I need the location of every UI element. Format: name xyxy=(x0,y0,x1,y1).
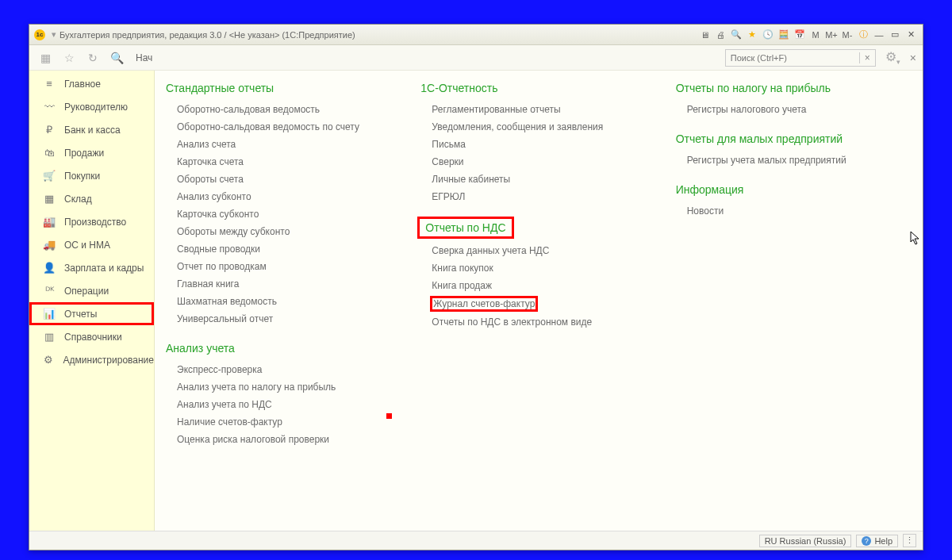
app-window: 1c ▾ Бухгалтерия предприятия, редакция 3… xyxy=(29,24,923,550)
1c-report-link-2[interactable]: Письма xyxy=(420,136,659,153)
section-vat-reports[interactable]: Отчеты по НДС xyxy=(420,220,510,236)
analysis-link-0[interactable]: Экспресс-проверка xyxy=(166,361,405,378)
search-input[interactable] xyxy=(726,53,859,63)
1c-report-link-5[interactable]: ЕГРЮЛ xyxy=(420,188,659,205)
section-1c-reporting[interactable]: 1С-Отчетность xyxy=(420,82,659,94)
std-report-link-3[interactable]: Карточка счета xyxy=(166,153,405,171)
info-link-0[interactable]: Новости xyxy=(676,202,915,220)
grid-icon[interactable]: ▦ xyxy=(36,48,55,67)
info-icon[interactable]: ⓘ xyxy=(856,28,870,42)
sidebar-label: Отчеты xyxy=(64,309,97,320)
sidebar-icon: 〰 xyxy=(42,101,56,113)
std-report-link-12[interactable]: Универсальный отчет xyxy=(166,310,405,328)
sidebar-label: Операции xyxy=(64,286,109,297)
sidebar-item-7[interactable]: 🚚ОС и НМА xyxy=(29,233,154,256)
sidebar-icon: 👤 xyxy=(42,262,56,274)
sidebar-label: Склад xyxy=(64,194,92,205)
analysis-link-2[interactable]: Анализ учета по НДС xyxy=(166,396,405,413)
toolbar-icon-3[interactable]: 🔍 xyxy=(729,28,743,42)
toolbar-star-icon[interactable]: ★ xyxy=(745,28,759,42)
toolbar-icon-2[interactable]: 🖨 xyxy=(713,28,727,42)
tab-home[interactable]: Нач xyxy=(131,52,157,63)
maximize-button[interactable]: ▭ xyxy=(888,29,902,40)
std-report-link-1[interactable]: Оборотно-сальдовая ведомость по счету xyxy=(166,118,405,136)
std-report-link-5[interactable]: Анализ субконто xyxy=(166,188,405,205)
vat-report-link-1[interactable]: Книга покупок xyxy=(420,259,659,277)
gear-icon[interactable]: ⚙▾ xyxy=(885,49,900,66)
sidebar-item-2[interactable]: ₽Банк и касса xyxy=(29,118,154,141)
mplus-button[interactable]: M+ xyxy=(824,28,839,42)
sidebar-item-12[interactable]: ⚙Администрирование xyxy=(29,348,154,371)
section-small-biz[interactable]: Отчеты для малых предприятий xyxy=(676,132,915,145)
analysis-link-3[interactable]: Наличие счетов-фактур xyxy=(166,413,405,431)
sidebar-item-4[interactable]: 🛒Покупки xyxy=(29,164,154,187)
1c-report-link-0[interactable]: Регламентированные отчеты xyxy=(420,101,659,118)
section-standard-reports[interactable]: Стандартные отчеты xyxy=(166,82,405,94)
1c-report-link-1[interactable]: Уведомления, сообщения и заявления xyxy=(420,118,659,136)
std-report-link-10[interactable]: Главная книга xyxy=(166,275,405,293)
sidebar-icon: 🏭 xyxy=(42,216,56,228)
close-button[interactable]: ✕ xyxy=(904,29,918,40)
std-report-link-11[interactable]: Шахматная ведомость xyxy=(166,293,405,310)
star-icon[interactable]: ☆ xyxy=(60,48,79,67)
std-report-link-9[interactable]: Отчет по проводкам xyxy=(166,258,405,275)
sidebar-item-1[interactable]: 〰Руководителю xyxy=(29,95,154,118)
vat-report-link-0[interactable]: Сверка данных учета НДС xyxy=(420,242,659,259)
sidebar-item-5[interactable]: ▦Склад xyxy=(29,187,154,210)
column-3: Отчеты по налогу на прибыль Регистры нал… xyxy=(676,82,915,523)
search-icon[interactable]: 🔍 xyxy=(107,48,126,67)
sidebar-item-0[interactable]: ≡Главное xyxy=(29,72,154,95)
sidebar-item-11[interactable]: ▥Справочники xyxy=(29,325,154,348)
toolbar-icon-1[interactable]: 🖥 xyxy=(697,28,712,42)
minimize-button[interactable]: — xyxy=(872,29,886,40)
search-clear-button[interactable]: × xyxy=(859,52,875,63)
sidebar-icon: ᴰᴷ xyxy=(42,285,56,297)
sidebar-item-10[interactable]: 📊Отчеты xyxy=(29,302,154,325)
main-area: ≡Главное〰Руководителю₽Банк и касса🛍Прода… xyxy=(29,71,923,531)
sidebar-item-9[interactable]: ᴰᴷОперации xyxy=(29,279,154,302)
panel-close-button[interactable]: × xyxy=(910,52,916,64)
sidebar: ≡Главное〰Руководителю₽Банк и касса🛍Прода… xyxy=(29,71,155,531)
section-profit-tax[interactable]: Отчеты по налогу на прибыль xyxy=(676,82,915,94)
1c-report-link-3[interactable]: Сверки xyxy=(420,153,659,171)
lang-indicator[interactable]: RU Russian (Russia) xyxy=(759,535,852,547)
help-button[interactable]: ?Help xyxy=(856,535,898,547)
sidebar-icon: ₽ xyxy=(42,124,56,136)
status-menu[interactable]: ⋮ xyxy=(903,534,916,547)
sidebar-icon: 🛒 xyxy=(42,170,56,182)
toolbar-cal-icon[interactable]: 📅 xyxy=(793,28,807,42)
std-report-link-8[interactable]: Сводные проводки xyxy=(166,240,405,258)
sidebar-label: Справочники xyxy=(64,332,122,343)
section-analysis[interactable]: Анализ учета xyxy=(166,342,405,355)
section-info[interactable]: Информация xyxy=(676,183,915,196)
sidebar-item-3[interactable]: 🛍Продажи xyxy=(29,141,154,164)
dropdown-icon[interactable]: ▾ xyxy=(52,29,56,40)
history-icon[interactable]: ↻ xyxy=(83,48,102,67)
sidebar-label: Администрирование xyxy=(63,355,154,366)
analysis-link-4[interactable]: Оценка риска налоговой проверки xyxy=(166,431,405,448)
app-icon: 1c xyxy=(34,29,45,40)
std-report-link-0[interactable]: Оборотно-сальдовая ведомость xyxy=(166,101,405,118)
vat-report-link-2[interactable]: Книга продаж xyxy=(420,277,659,294)
analysis-link-1[interactable]: Анализ учета по налогу на прибыль xyxy=(166,378,405,396)
std-report-link-6[interactable]: Карточка субконто xyxy=(166,205,405,223)
profit-tax-link-0[interactable]: Регистры налогового учета xyxy=(676,101,915,118)
sidebar-label: Производство xyxy=(64,217,126,228)
1c-report-link-4[interactable]: Личные кабинеты xyxy=(420,171,659,188)
column-2: 1С-Отчетность Регламентированные отчетыУ… xyxy=(420,82,675,523)
std-report-link-2[interactable]: Анализ счета xyxy=(166,136,405,153)
sidebar-item-8[interactable]: 👤Зарплата и кадры xyxy=(29,256,154,279)
statusbar: RU Russian (Russia) ?Help ⋮ xyxy=(29,531,923,550)
sidebar-item-6[interactable]: 🏭Производство xyxy=(29,210,154,233)
m-button[interactable]: M xyxy=(808,28,823,42)
toolbar-icon-5[interactable]: 🕓 xyxy=(761,28,775,42)
std-report-link-7[interactable]: Обороты между субконто xyxy=(166,223,405,240)
toolbar-calc-icon[interactable]: 🧮 xyxy=(777,28,791,42)
mminus-button[interactable]: M- xyxy=(840,28,854,42)
navbar: ▦ ☆ ↻ 🔍 Нач × ⚙▾ × xyxy=(29,45,923,71)
link-invoice-journal[interactable]: Журнал счетов-фактур xyxy=(432,297,536,310)
small-biz-link-0[interactable]: Регистры учета малых предприятий xyxy=(676,152,915,169)
vat-report-extra-link-0[interactable]: Отчеты по НДС в электронном виде xyxy=(420,313,659,331)
std-report-link-4[interactable]: Обороты счета xyxy=(166,171,405,188)
sidebar-label: Покупки xyxy=(64,171,100,182)
